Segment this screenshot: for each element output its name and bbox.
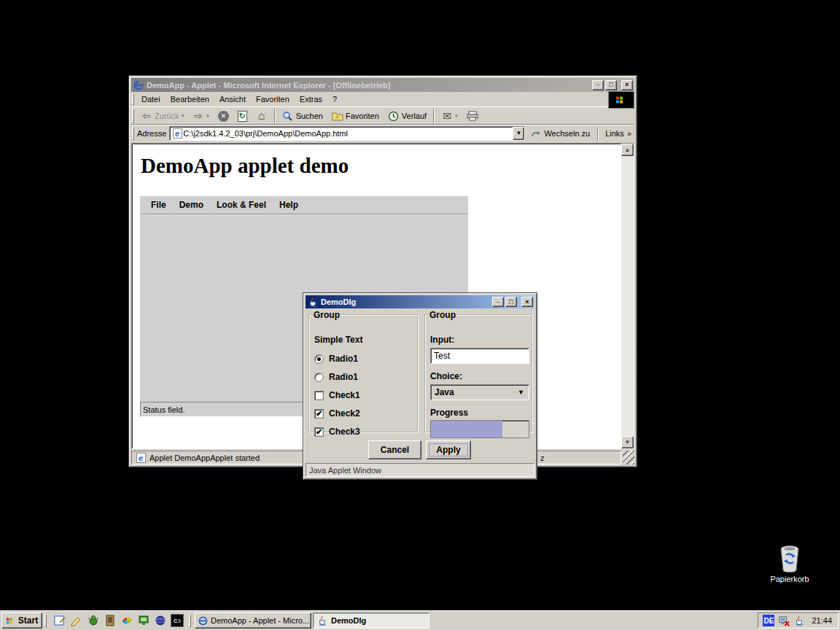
menu-extras[interactable]: Extras <box>295 93 327 106</box>
toolbar-separator <box>433 109 435 123</box>
radio-row-2[interactable]: Radio1 <box>314 371 358 383</box>
demodlg-title: DemoDlg <box>321 298 490 306</box>
task-button-demoapp[interactable]: DemoApp - Applet - Micro... <box>195 612 311 629</box>
ie-task-icon <box>198 615 208 626</box>
mail-dropdown-icon[interactable]: ▾ <box>455 113 458 119</box>
recycle-bin-icon[interactable]: Papierkorb <box>764 545 815 583</box>
demodlg-maximize-button[interactable]: □ <box>505 297 517 307</box>
stop-button[interactable]: ✕ <box>214 108 233 124</box>
network-offline-icon[interactable] <box>778 615 790 626</box>
forward-dropdown-icon[interactable]: ▾ <box>206 113 209 119</box>
ie-toolbar: ⇦ Zurück ▾ ⇨ ▾ ✕ ↻ ⌂ Suchen ★ Favori <box>131 107 634 125</box>
favorites-button[interactable]: ★ Favoriten <box>327 108 384 124</box>
scroll-down-button[interactable]: ▼ <box>621 436 634 448</box>
back-dropdown-icon[interactable]: ▾ <box>182 113 184 119</box>
check-row-1[interactable]: Check1 <box>314 389 360 401</box>
bug-icon[interactable] <box>87 614 100 627</box>
console-icon[interactable]: C:\ <box>171 614 184 627</box>
task-button-demodlg[interactable]: DemoDlg <box>313 612 429 629</box>
applet-menu-help[interactable]: Help <box>273 200 305 210</box>
cancel-button[interactable]: Cancel <box>368 440 421 459</box>
vertical-scrollbar[interactable]: ▲ ▼ <box>621 144 634 448</box>
mail-icon: ✉ <box>441 110 453 122</box>
back-button[interactable]: ⇦ Zurück ▾ <box>136 108 188 124</box>
favorites-icon: ★ <box>332 110 343 122</box>
viewer-icon[interactable] <box>104 614 117 627</box>
radio-row-1[interactable]: Radio1 <box>314 353 358 365</box>
menu-bearbeiten[interactable]: Bearbeiten <box>166 93 214 106</box>
mail-button[interactable]: ✉ ▾ <box>437 108 462 124</box>
menu-hilfe[interactable]: ? <box>327 93 342 106</box>
search-button[interactable]: Suchen <box>278 108 327 124</box>
page-ie-icon: e <box>171 128 183 139</box>
menu-datei[interactable]: Datei <box>136 93 166 106</box>
scroll-up-button[interactable]: ▲ <box>621 144 634 156</box>
clock[interactable]: 21:44 <box>809 616 832 625</box>
links-chevron-icon[interactable]: » <box>627 129 631 138</box>
input-field[interactable] <box>430 348 529 364</box>
demodlg-close-button[interactable]: × <box>521 297 533 307</box>
print-button[interactable] <box>462 108 483 124</box>
checkbox-checked[interactable]: ✔ <box>314 409 324 419</box>
addressbar-grip[interactable] <box>132 127 134 140</box>
address-dropdown-button[interactable]: ▼ <box>513 127 524 140</box>
home-button[interactable]: ⌂ <box>252 108 272 124</box>
ie-minimize-button[interactable]: _ <box>592 80 604 90</box>
checkbox-checked[interactable]: ✔ <box>314 427 324 437</box>
input-label: Input: <box>430 335 454 345</box>
history-button[interactable]: Verlauf <box>384 108 431 124</box>
toolbar-separator <box>274 109 276 123</box>
checkbox-unchecked[interactable] <box>314 391 324 400</box>
back-label: Zurück <box>155 112 179 120</box>
browser-orb-icon[interactable] <box>154 614 167 627</box>
demodlg-body: Group Simple Text Radio1 Radio1 Check1 ✔… <box>306 308 534 477</box>
msn-icon[interactable] <box>120 614 133 627</box>
combo-arrow-icon[interactable]: ▼ <box>518 389 524 396</box>
check-row-3[interactable]: ✔ Check3 <box>314 426 360 438</box>
java-tray-icon[interactable] <box>793 615 805 626</box>
ie-close-button[interactable]: × <box>621 80 633 90</box>
radio-button-selected[interactable] <box>314 354 324 364</box>
choice-combobox[interactable]: Java ▼ <box>430 384 529 400</box>
ie-maximize-button[interactable]: □ <box>605 80 617 90</box>
netmeeting-icon[interactable] <box>137 614 150 627</box>
menubar-grip[interactable] <box>132 93 134 105</box>
check-row-2[interactable]: ✔ Check2 <box>314 408 360 419</box>
task-button-label: DemoDlg <box>331 616 366 625</box>
address-field: e ▼ <box>169 126 525 141</box>
taskbar-grip[interactable] <box>189 614 191 627</box>
refresh-button[interactable]: ↻ <box>233 108 252 124</box>
address-input[interactable] <box>183 128 513 139</box>
window-resize-grip[interactable] <box>623 451 634 464</box>
taskbar-grip[interactable] <box>44 614 47 627</box>
go-button[interactable]: Wechseln zu <box>525 128 595 139</box>
apply-button[interactable]: Apply <box>426 440 471 459</box>
demodlg-minimize-button[interactable]: _ <box>492 297 504 307</box>
go-arrow-icon <box>530 128 542 139</box>
right-group-label: Group <box>428 310 457 320</box>
ie-titlebar[interactable]: DemoApp - Applet - Microsoft Internet Ex… <box>131 78 634 92</box>
simple-text-label: Simple Text <box>314 335 362 345</box>
demodlg-titlebar[interactable]: DemoDlg _ □ × <box>306 295 534 308</box>
toolbar-grip[interactable] <box>132 109 134 123</box>
applet-menu-demo[interactable]: Demo <box>173 200 210 210</box>
recycle-bin-label[interactable]: Papierkorb <box>764 575 815 583</box>
radio-button-unselected[interactable] <box>314 373 324 382</box>
progress-bar-fill <box>431 421 502 438</box>
menu-ansicht[interactable]: Ansicht <box>214 93 251 106</box>
forward-button[interactable]: ⇨ ▾ <box>188 108 214 124</box>
history-icon <box>388 110 400 122</box>
menu-favoriten[interactable]: Favoriten <box>251 93 295 106</box>
applet-menu-file[interactable]: File <box>144 200 173 210</box>
language-indicator[interactable]: DE <box>763 615 774 626</box>
writer-icon[interactable] <box>70 614 83 627</box>
links-button[interactable]: Links » <box>601 129 634 138</box>
start-button[interactable]: Start <box>1 612 42 629</box>
stop-icon: ✕ <box>218 111 229 122</box>
applet-menu-lookandfeel[interactable]: Look & Feel <box>210 200 273 210</box>
ie-logo-icon <box>133 79 144 91</box>
page-title: DemoApp applet demo <box>141 154 349 178</box>
refresh-icon: ↻ <box>238 111 247 122</box>
quick-launch-bar: C:\ <box>50 614 187 627</box>
show-desktop-icon[interactable] <box>53 614 66 627</box>
